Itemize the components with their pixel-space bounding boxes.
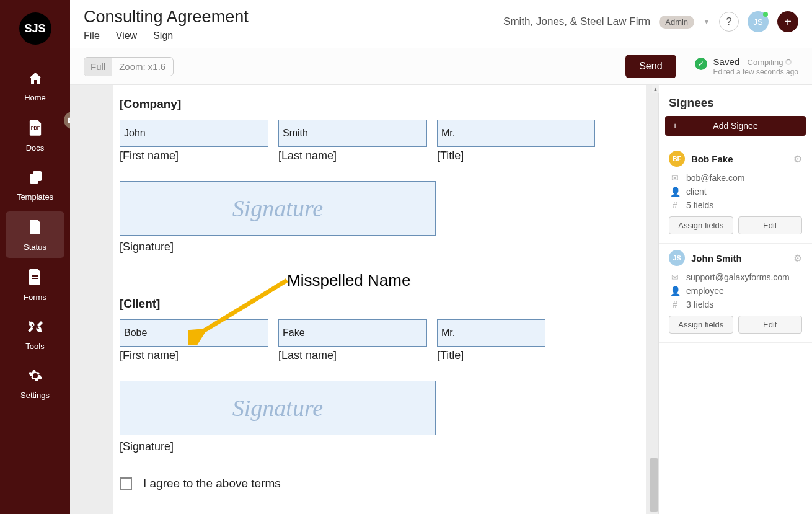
- nav-settings[interactable]: Settings: [6, 361, 64, 406]
- help-button[interactable]: ?: [719, 12, 739, 32]
- signature-placeholder: Signature: [232, 394, 323, 422]
- signee-role: client: [686, 187, 707, 197]
- nav-docs[interactable]: PDF Docs: [6, 112, 64, 159]
- company-signature-box[interactable]: Signature: [120, 181, 436, 236]
- client-section-header: [Client]: [120, 297, 640, 311]
- nav-templates[interactable]: Templates: [6, 162, 64, 208]
- svg-rect-3: [32, 275, 38, 277]
- person-icon: 👤: [670, 286, 680, 296]
- signee-fields: 5 fields: [686, 200, 713, 210]
- signee-email: bob@fake.com: [686, 173, 744, 183]
- signee-name: Bob Fake: [691, 154, 787, 164]
- svg-rect-4: [32, 278, 38, 279]
- client-title-input[interactable]: [437, 319, 545, 347]
- signees-panel: ▲ Signees + Add Signee BF Bob Fake ⚙ ✉bo…: [658, 85, 812, 514]
- edited-label: Edited a few seconds ago: [713, 68, 798, 76]
- nav-tools[interactable]: Tools: [6, 312, 64, 357]
- chevron-down-icon[interactable]: ▼: [703, 17, 710, 26]
- menu-bar: File View Sign: [84, 30, 503, 42]
- signee-avatar: BF: [669, 151, 685, 167]
- svg-rect-2: [33, 171, 42, 181]
- check-icon: ✓: [695, 58, 707, 70]
- document-title: Consulting Agreement: [84, 7, 503, 27]
- signee-card: BF Bob Fake ⚙ ✉bob@fake.com 👤client #5 f…: [659, 144, 812, 244]
- saved-label: Saved: [713, 56, 740, 67]
- compiling-label: Compiling: [748, 58, 792, 67]
- signature-label: [Signature]: [120, 440, 640, 453]
- hash-icon: #: [670, 299, 680, 309]
- scroll-up-icon[interactable]: ▲: [652, 85, 659, 93]
- menu-view[interactable]: View: [116, 30, 137, 42]
- scrollbar-thumb[interactable]: [650, 458, 658, 512]
- last-name-label: [Last name]: [278, 149, 427, 162]
- company-section-header: [Company]: [120, 97, 640, 111]
- signature-label: [Signature]: [120, 241, 640, 254]
- assign-fields-button[interactable]: Assign fields: [669, 316, 733, 334]
- save-status: ✓ Saved Compiling Edited a few seconds a…: [695, 56, 798, 76]
- zoom-control[interactable]: Full Zoom: x1.6: [84, 57, 174, 76]
- title-label: [Title]: [437, 349, 545, 362]
- send-button[interactable]: Send: [625, 55, 676, 78]
- agree-label: I agree to the above terms: [143, 477, 281, 490]
- assign-fields-button[interactable]: Assign fields: [669, 216, 733, 234]
- envelope-icon: ✉: [670, 272, 680, 282]
- hash-icon: #: [670, 200, 680, 210]
- first-name-label: [First name]: [120, 349, 268, 362]
- tools-icon: [28, 319, 43, 338]
- firm-name: Smith, Jones, & Steel Law Firm: [503, 16, 650, 28]
- signee-card: JS John Smith ⚙ ✉support@galaxyforms.com…: [659, 244, 812, 343]
- last-name-label: [Last name]: [278, 349, 427, 362]
- client-last-name-input[interactable]: [278, 319, 427, 347]
- company-title-input[interactable]: [437, 120, 595, 147]
- nav-home[interactable]: Home: [6, 63, 64, 109]
- person-icon: 👤: [670, 187, 680, 197]
- agree-checkbox[interactable]: [120, 477, 132, 490]
- title-label: [Title]: [437, 149, 595, 162]
- client-first-name-input[interactable]: [120, 319, 268, 347]
- signature-placeholder: Signature: [232, 195, 323, 222]
- home-icon: [27, 71, 43, 89]
- left-sidebar: SJS Home PDF Docs Templates Status Forms…: [0, 0, 70, 514]
- first-name-label: [First name]: [120, 149, 268, 162]
- document-viewport[interactable]: [Company] [First name] [Last name] [T: [70, 85, 658, 514]
- envelope-icon: ✉: [670, 173, 680, 183]
- status-icon: [28, 219, 43, 239]
- company-last-name-input[interactable]: [278, 120, 427, 147]
- signee-fields: 3 fields: [686, 299, 713, 309]
- zoom-full-button[interactable]: Full: [84, 58, 112, 76]
- signees-title: Signees: [659, 85, 812, 116]
- topbar: Consulting Agreement File View Sign Smit…: [70, 0, 812, 48]
- document-page: [Company] [First name] [Last name] [T: [113, 85, 646, 514]
- forms-icon: [29, 269, 42, 289]
- svg-text:PDF: PDF: [30, 125, 40, 131]
- menu-sign[interactable]: Sign: [153, 30, 173, 42]
- copy-icon: [28, 170, 43, 188]
- client-signature-box[interactable]: Signature: [120, 381, 436, 435]
- nav-status[interactable]: Status: [6, 211, 64, 258]
- zoom-value[interactable]: Zoom: x1.6: [112, 58, 173, 76]
- pdf-icon: PDF: [29, 120, 42, 140]
- signee-name: John Smith: [691, 253, 787, 264]
- gear-icon[interactable]: ⚙: [793, 252, 802, 264]
- add-button[interactable]: +: [777, 11, 798, 32]
- menu-file[interactable]: File: [84, 30, 100, 42]
- spinner-icon: [785, 59, 792, 65]
- settings-icon: [28, 368, 43, 387]
- plus-icon: +: [673, 121, 677, 131]
- toolbar: Full Zoom: x1.6 Send ✓ Saved Compiling E…: [70, 48, 812, 85]
- add-signee-button[interactable]: + Add Signee: [665, 116, 806, 136]
- user-avatar[interactable]: JS: [748, 11, 769, 32]
- edit-signee-button[interactable]: Edit: [738, 316, 803, 334]
- role-badge: Admin: [659, 16, 694, 29]
- gear-icon[interactable]: ⚙: [793, 153, 802, 165]
- signee-email: support@galaxyforms.com: [686, 272, 790, 282]
- nav-forms[interactable]: Forms: [6, 262, 64, 308]
- edit-signee-button[interactable]: Edit: [738, 216, 803, 234]
- company-first-name-input[interactable]: [120, 120, 268, 147]
- signee-avatar: JS: [669, 250, 685, 266]
- app-logo: SJS: [19, 12, 51, 45]
- signee-role: employee: [686, 286, 724, 296]
